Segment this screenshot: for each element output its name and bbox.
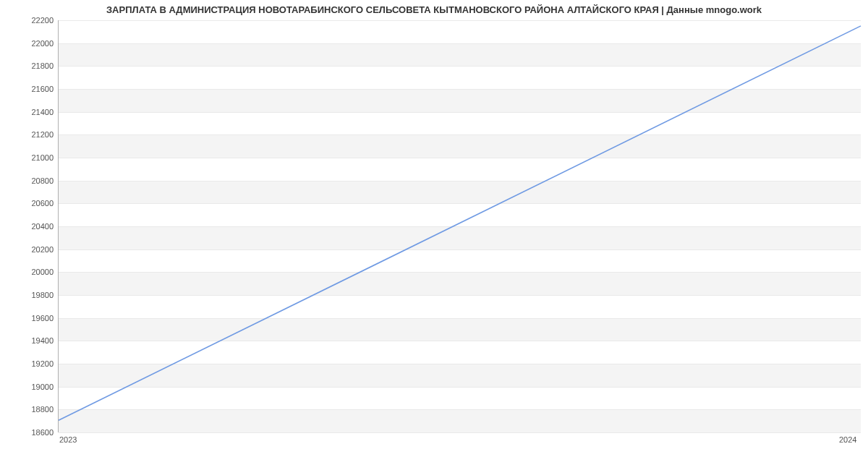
x-tick-label: 2024 bbox=[839, 435, 856, 444]
y-tick-label: 22000 bbox=[3, 39, 54, 48]
series-line bbox=[59, 26, 861, 420]
y-tick-label: 18600 bbox=[3, 428, 54, 437]
y-tick-label: 18800 bbox=[3, 405, 54, 414]
y-tick-label: 20200 bbox=[3, 245, 54, 254]
y-tick-label: 19000 bbox=[3, 383, 54, 391]
chart-container: ЗАРПЛАТА В АДМИНИСТРАЦИЯ НОВОТАРАБИНСКОГ… bbox=[0, 0, 868, 470]
y-tick-label: 19200 bbox=[3, 359, 54, 368]
y-tick-label: 21000 bbox=[3, 153, 54, 162]
plot-area bbox=[58, 20, 861, 432]
y-tick-label: 21800 bbox=[3, 61, 54, 70]
line-series bbox=[59, 20, 861, 432]
y-tick-label: 21400 bbox=[3, 108, 54, 116]
y-tick-label: 19400 bbox=[3, 336, 54, 345]
y-tick-label: 20600 bbox=[3, 199, 54, 208]
y-tick-label: 20400 bbox=[3, 222, 54, 231]
y-tick-label: 20800 bbox=[3, 176, 54, 185]
x-tick-label: 2023 bbox=[59, 435, 77, 444]
y-tick-label: 21200 bbox=[3, 130, 54, 139]
y-tick-label: 20000 bbox=[3, 268, 54, 276]
y-tick-label: 21600 bbox=[3, 85, 54, 93]
y-tick-label: 19600 bbox=[3, 314, 54, 322]
chart-title: ЗАРПЛАТА В АДМИНИСТРАЦИЯ НОВОТАРАБИНСКОГ… bbox=[0, 4, 868, 15]
grid-line bbox=[59, 432, 861, 433]
y-tick-label: 22200 bbox=[3, 16, 54, 25]
y-tick-label: 19800 bbox=[3, 291, 54, 299]
